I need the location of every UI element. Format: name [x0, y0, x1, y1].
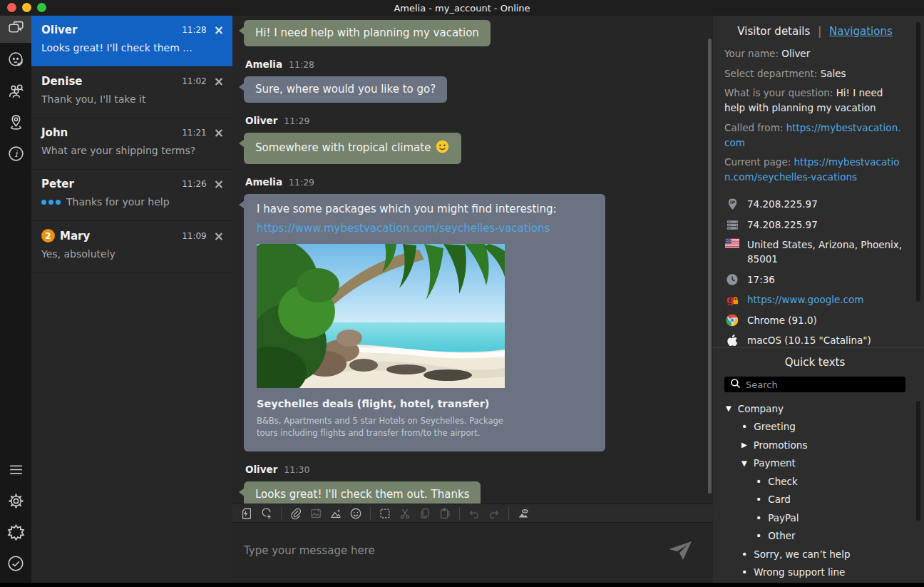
visitor-message-bubble: Looks great! I'll check them out. Thanks: [244, 481, 481, 504]
tree-node-other[interactable]: •Other: [724, 527, 905, 546]
expanded-triangle-icon: ▼: [726, 404, 732, 412]
bullet-icon: •: [756, 494, 761, 505]
tree-node-check[interactable]: •Check: [724, 472, 905, 491]
bullet-icon: •: [756, 476, 761, 487]
burst-icon: [6, 523, 26, 545]
vacation-link[interactable]: https://www.mybestvacation.com/seychelle…: [257, 222, 592, 235]
chat-scrollbar[interactable]: [708, 39, 712, 494]
quick-texts-search[interactable]: [724, 377, 905, 392]
svg-text:g: g: [726, 293, 734, 306]
chat-preview: Thanks for your help: [41, 196, 224, 208]
close-chat-icon[interactable]: ×: [214, 179, 224, 189]
message-input[interactable]: [232, 523, 713, 583]
chrome-icon: [724, 313, 740, 327]
typing-indicator: [41, 200, 61, 205]
conversation-pane: Hi! I need help with planning my vacatio…: [232, 16, 713, 583]
tree-node-card[interactable]: •Card: [724, 491, 905, 509]
chat-name: Oliver: [41, 24, 77, 36]
chat-list-item-john[interactable]: John 11:21 × What are your shipping term…: [31, 118, 232, 170]
rail-agent-button[interactable]: [0, 47, 31, 74]
rail-chats-button[interactable]: [0, 16, 31, 43]
upload-image-icon[interactable]: [307, 506, 324, 521]
quick-texts-title: Quick texts: [724, 356, 905, 369]
info-os: macOS (10.15 "Catalina"): [724, 333, 905, 347]
agent-headset-icon: [7, 51, 25, 71]
info-location: United States, Arizona, Phoenix, 85001: [724, 238, 905, 266]
search-input[interactable]: [746, 379, 900, 390]
undo-icon[interactable]: [466, 506, 483, 521]
select-all-icon[interactable]: [376, 506, 394, 521]
bullet-icon: •: [741, 421, 747, 432]
chat-list-item-mary[interactable]: 2 Mary 11:09 × Yes, absolutely: [31, 221, 232, 272]
rail-status-button[interactable]: [0, 551, 31, 578]
close-chat-icon[interactable]: ×: [214, 128, 224, 138]
visitor-details-tab[interactable]: Visitor details: [737, 25, 810, 38]
chat-list-item-denise[interactable]: Denise 11:02 × Thank you, I'll take it: [31, 67, 232, 118]
tree-node-payment[interactable]: ▼Payment: [724, 454, 905, 473]
bullet-icon: •: [756, 530, 761, 541]
field-question: What is your question: Hi! I need help w…: [724, 86, 905, 116]
svg-text:IP: IP: [730, 200, 735, 205]
close-window-button[interactable]: [7, 3, 16, 12]
apple-icon: [724, 333, 740, 347]
info-browser: Chrome (91.0): [724, 313, 905, 327]
link-card-description: B&Bs, Apartments and 5 star Hotels on Se…: [257, 415, 513, 440]
insert-quick-text-icon[interactable]: [238, 506, 255, 521]
rail-notifications-button[interactable]: [0, 520, 31, 547]
maximize-window-button[interactable]: [37, 3, 46, 12]
tree-node-greeting[interactable]: •Greeting: [724, 418, 905, 437]
location-pin-icon: [7, 113, 25, 134]
redo-icon[interactable]: [486, 506, 503, 521]
unread-count-badge: 2: [41, 229, 55, 243]
quick-texts-scrollbar[interactable]: [916, 401, 920, 521]
copy-icon[interactable]: [416, 506, 433, 521]
server-icon: [724, 218, 740, 232]
chat-list-item-oliver[interactable]: Oliver 11:28 × Looks great! I'll check t…: [31, 16, 232, 67]
close-chat-icon[interactable]: ×: [214, 231, 224, 241]
rail-info-button[interactable]: i: [0, 141, 31, 168]
rail-visitors-button[interactable]: [0, 78, 31, 106]
tree-node-paypal[interactable]: •PayPal: [724, 509, 905, 527]
referrer-link[interactable]: https://www.google.com: [747, 292, 863, 307]
navigations-tab[interactable]: Navigations: [829, 25, 893, 38]
visitor-message-bubble: Hi! I need help with planning my vacatio…: [244, 20, 491, 46]
close-chat-icon[interactable]: ×: [214, 76, 224, 86]
minimize-window-button[interactable]: [22, 3, 31, 12]
expanded-triangle-icon: ▼: [741, 459, 747, 467]
send-message-icon[interactable]: [667, 540, 693, 564]
cut-icon[interactable]: [396, 506, 414, 521]
gear-icon: [7, 492, 25, 513]
details-scrollbar[interactable]: [916, 22, 920, 302]
visitors-search-icon: [7, 82, 25, 103]
add-tag-icon[interactable]: [258, 506, 275, 521]
close-chat-icon[interactable]: ×: [214, 25, 224, 35]
message-author-label: Amelia11:28: [245, 58, 696, 70]
insert-image-icon[interactable]: [327, 506, 344, 521]
chat-preview: Looks great! I'll check them ...: [41, 42, 224, 53]
info-ip: IP 74.208.225.97: [724, 197, 905, 211]
agent-message-bubble: Sure, where would you like to go?: [244, 76, 447, 103]
screenshot-icon[interactable]: [515, 506, 532, 521]
rail-map-button[interactable]: [0, 110, 31, 137]
agent-rich-message-bubble: I have some packages which you might fin…: [244, 194, 605, 451]
field-department: Select department: Sales: [724, 66, 905, 81]
chat-bubbles-icon: [7, 19, 25, 40]
tree-node-sorry[interactable]: •Sorry, we can’t help: [724, 545, 905, 563]
chat-time: 11:26: [182, 179, 207, 189]
rail-settings-button[interactable]: [0, 489, 31, 516]
paste-icon[interactable]: [436, 506, 453, 521]
attach-file-icon[interactable]: [287, 506, 304, 521]
collapsed-triangle-icon: ▶: [741, 441, 747, 449]
chat-list-item-peter[interactable]: Peter 11:26 × Thanks for your help: [31, 170, 232, 221]
rail-menu-button[interactable]: [0, 457, 31, 484]
info-icon: i: [7, 145, 25, 165]
tree-node-company[interactable]: ▼Company: [724, 399, 905, 418]
google-referrer-icon: g: [724, 292, 740, 307]
tree-node-wrong-support-line[interactable]: •Wrong support line: [724, 563, 905, 582]
visitor-message-bubble: Somewhere with tropical climate: [244, 133, 461, 164]
emoji-icon[interactable]: [347, 506, 364, 521]
composer-toolbar: [232, 504, 713, 523]
tree-node-promotions[interactable]: ▶Promotions: [724, 436, 905, 454]
quick-texts-tree: ▼Company •Greeting ▶Promotions ▼Payment …: [724, 399, 905, 581]
composer: [232, 523, 713, 583]
